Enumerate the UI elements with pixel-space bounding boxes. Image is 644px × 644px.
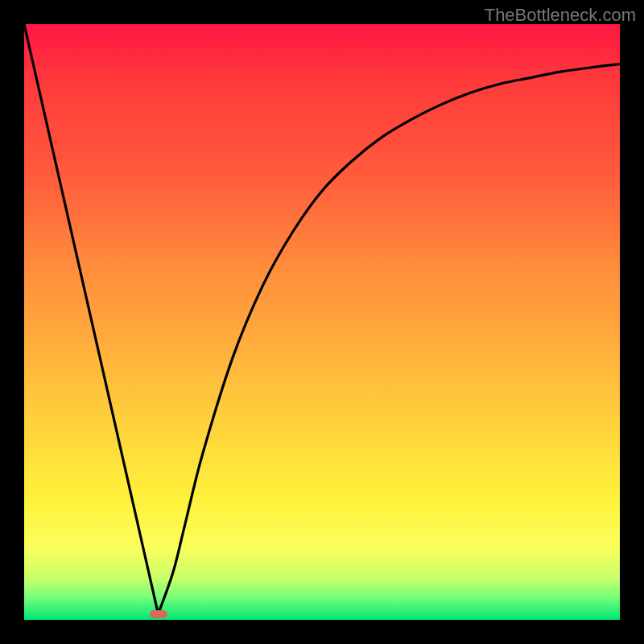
chart-line-layer [24, 24, 620, 620]
watermark-text: TheBottleneck.com [485, 5, 636, 26]
bottleneck-chart: TheBottleneck.com [0, 0, 644, 644]
bottleneck-curve-line [24, 24, 620, 614]
minimum-marker [150, 610, 167, 618]
